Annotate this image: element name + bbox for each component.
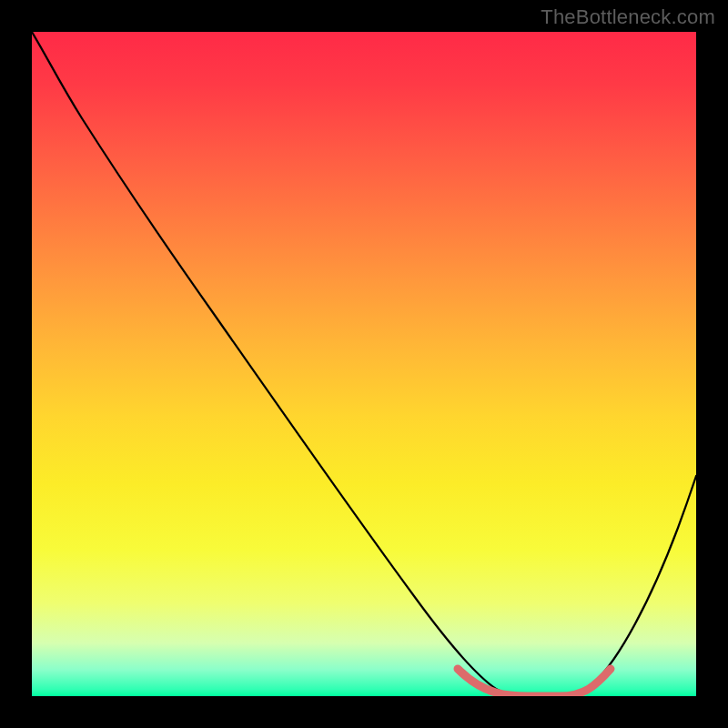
plot-area xyxy=(32,32,696,696)
bottleneck-curve-path xyxy=(32,32,696,696)
optimal-zone-path xyxy=(458,669,611,696)
watermark-text: TheBottleneck.com xyxy=(541,5,715,29)
chart-svg xyxy=(32,32,696,696)
